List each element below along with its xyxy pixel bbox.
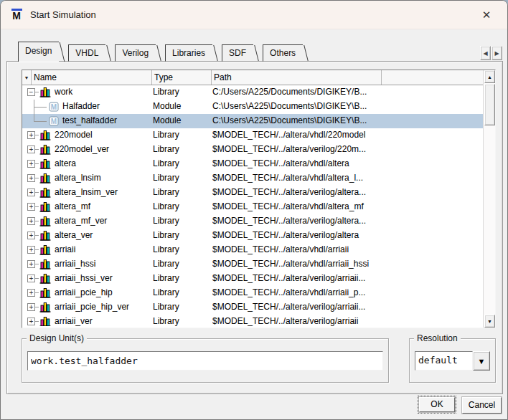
cell-type: Module (153, 115, 210, 125)
cell-name: arriaii_pcie_hip (55, 287, 151, 297)
tree-expander[interactable]: − (27, 88, 35, 96)
table-row[interactable]: + M arriaii_hssi_ver Library $MODEL_TECH… (22, 272, 483, 286)
design-unit-group: Design Unit(s) (22, 338, 389, 383)
tree-expander[interactable]: + (27, 246, 35, 254)
titlebar: M Start Simulation ✕ (1, 1, 507, 29)
cell-type: Library (153, 158, 210, 168)
table-row[interactable]: M Halfadder Module C:\Users\A225\Documen… (22, 100, 483, 114)
svg-text:M: M (51, 103, 57, 111)
cell-name: 220model (55, 130, 151, 140)
library-icon (39, 158, 51, 170)
cell-path: $MODEL_TECH/../altera/vhdl/arriaii_hssi (212, 259, 481, 269)
cell-path: $MODEL_TECH/../altera/verilog/220m... (212, 144, 481, 154)
cell-type: Library (153, 302, 210, 312)
resolution-value[interactable]: default (415, 351, 473, 371)
tab-design[interactable]: Design (18, 42, 59, 62)
table-row[interactable]: + M altera_lnsim Library $MODEL_TECH/../… (22, 171, 483, 186)
vertical-scrollbar[interactable]: ▲ ▼ (483, 70, 495, 328)
column-header-name[interactable]: Name (32, 70, 152, 85)
column-header-empty (382, 70, 483, 85)
scroll-up-icon[interactable]: ▲ (484, 70, 495, 83)
close-icon[interactable]: ✕ (476, 6, 497, 24)
tree-expander[interactable]: + (27, 232, 35, 239)
tree-expander[interactable]: + (27, 260, 35, 268)
table-header: ▼ Name Type Path (22, 70, 483, 85)
cell-path: $MODEL_TECH/../altera/vhdl/altera_l... (212, 173, 481, 183)
library-icon (39, 244, 51, 256)
cell-type: Library (153, 316, 210, 326)
table-row[interactable]: + M arriaii Library $MODEL_TECH/../alter… (22, 243, 483, 257)
column-header-path[interactable]: Path (212, 70, 382, 85)
cell-path: $MODEL_TECH/../altera/vhdl/altera_mf (212, 201, 481, 211)
table-row[interactable]: − M work Library C:/Users/A225/Documents… (22, 85, 483, 100)
table-row[interactable]: + M 220model_ver Library $MODEL_TECH/../… (22, 143, 483, 157)
library-icon (39, 130, 51, 141)
library-icon (39, 144, 51, 156)
table-row[interactable]: + M 220model Library $MODEL_TECH/../alte… (22, 128, 483, 143)
library-icon (39, 87, 51, 98)
cell-path: $MODEL_TECH/../altera/vhdl/arriaii (212, 244, 481, 254)
tree-connector (34, 114, 34, 121)
cell-name: altera (55, 158, 151, 168)
library-icon (39, 302, 51, 313)
cell-type: Library (153, 173, 210, 183)
tab-vhdl[interactable]: VHDL (68, 44, 105, 62)
table-row[interactable]: + M altera_ver Library $MODEL_TECH/../al… (22, 229, 483, 243)
cell-name: altera_lnsim_ver (55, 187, 151, 197)
design-tab-panel: ▼ Name Type Path − M work Library (6, 61, 503, 394)
resolution-combobox[interactable]: default ▼ (415, 351, 490, 371)
cell-type: Library (153, 273, 210, 283)
table-row[interactable]: + M arriaii_pcie_hip_ver Library $MODEL_… (22, 300, 483, 315)
cell-name: arriaii_hssi_ver (55, 273, 151, 283)
library-tree-table: ▼ Name Type Path − M work Library (22, 70, 496, 328)
library-icon (39, 230, 51, 242)
table-row[interactable]: + M altera_mf Library $MODEL_TECH/../alt… (22, 200, 483, 214)
tree-expander[interactable]: + (27, 303, 35, 311)
table-row[interactable]: M test_halfadder Module C:\Users\A225\Do… (22, 114, 483, 128)
cell-path: $MODEL_TECH/../altera/verilog/arriaii... (212, 273, 481, 283)
table-row[interactable]: + M altera Library $MODEL_TECH/../altera… (22, 157, 483, 171)
scrollbar-thumb[interactable] (484, 84, 495, 125)
tree-expander[interactable]: + (27, 275, 35, 282)
library-icon (39, 259, 51, 270)
tree-expander[interactable]: + (27, 131, 35, 139)
cell-name: altera_mf_ver (55, 216, 151, 226)
module-icon: M (49, 115, 60, 127)
library-icon (39, 316, 51, 326)
cell-path: C:/Users/A225/Documents/DIGIKEY/B... (212, 87, 481, 97)
tab-scroll-left-icon[interactable]: ◀ (480, 46, 491, 60)
tree-expander[interactable]: + (27, 145, 35, 153)
tree-expander[interactable]: + (27, 160, 35, 168)
design-unit-input[interactable] (27, 351, 383, 371)
start-simulation-dialog: M Start Simulation ✕ DesignVHDLVerilogLi… (0, 0, 508, 420)
tree-expander[interactable]: + (27, 289, 35, 297)
tab-bar: DesignVHDLVerilogLibrariesSDFOthers (18, 42, 312, 62)
cell-path: $MODEL_TECH/../altera/verilog/arriaii (212, 316, 481, 326)
tree-connector (34, 121, 47, 122)
table-row[interactable]: + M arriaii_ver Library $MODEL_TECH/../a… (22, 315, 483, 326)
tree-expander[interactable]: + (27, 217, 35, 225)
cell-name: altera_mf (55, 201, 151, 211)
table-row[interactable]: + M arriaii_pcie_hip Library $MODEL_TECH… (22, 286, 483, 300)
ok-button[interactable]: OK (419, 397, 455, 412)
tree-expander[interactable]: + (27, 188, 35, 196)
table-row[interactable]: + M altera_mf_ver Library $MODEL_TECH/..… (22, 214, 483, 229)
dropdown-arrow-icon[interactable]: ▼ (473, 351, 490, 371)
cancel-button[interactable]: Cancel (462, 397, 502, 414)
scroll-down-icon[interactable]: ▼ (484, 315, 495, 328)
tab-sdf[interactable]: SDF (222, 44, 253, 62)
table-row[interactable]: + M arriaii_hssi Library $MODEL_TECH/../… (22, 257, 483, 272)
cell-path: C:\Users\A225\Documents\DIGIKEY\B... (212, 115, 481, 125)
tab-libraries[interactable]: Libraries (165, 44, 212, 62)
tab-others[interactable]: Others (263, 44, 303, 62)
cell-path: $MODEL_TECH/../altera/vhdl/arriaii_p... (212, 287, 481, 297)
tab-scroll-right-icon[interactable]: ▶ (491, 46, 502, 60)
tree-expander[interactable]: + (27, 203, 35, 211)
cell-type: Library (153, 216, 210, 226)
column-header-type[interactable]: Type (152, 70, 212, 85)
table-row[interactable]: + M altera_lnsim_ver Library $MODEL_TECH… (22, 186, 483, 200)
tree-expander[interactable]: + (27, 174, 35, 182)
tree-expander[interactable]: + (27, 318, 35, 325)
filter-icon[interactable]: ▼ (22, 70, 32, 85)
tab-verilog[interactable]: Verilog (115, 44, 156, 62)
